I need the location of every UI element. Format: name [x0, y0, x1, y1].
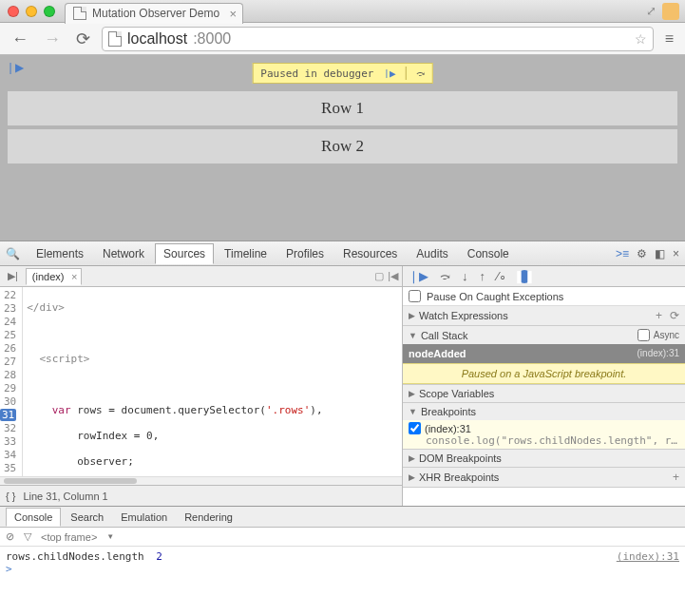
console-log-line: rows.childNodes.length 2 (index):31 [6, 550, 679, 563]
page-icon [73, 7, 86, 20]
chevron-right-icon: ▶ [409, 453, 415, 463]
pause-reason: Paused on a JavaScript breakpoint. [403, 363, 685, 384]
console-prompt[interactable]: > [6, 563, 679, 575]
page-viewport: ❘▶ Paused in debugger ❘▶ ⤼ Row 1 Row 2 [0, 55, 685, 241]
resume-icon[interactable]: ❘▶ [409, 269, 428, 283]
banner-step-icon[interactable]: ⤼ [416, 67, 425, 80]
clear-console-icon[interactable]: ⊘ [6, 530, 14, 543]
bookmark-icon[interactable]: ☆ [635, 31, 647, 47]
close-tab-icon[interactable]: × [229, 7, 237, 21]
breakpoint-checkbox[interactable] [409, 422, 421, 434]
source-editor-pane: ▶| (index) × ▢ |◀ 2223242526272829303132… [0, 266, 403, 506]
drawer-tab-search[interactable]: Search [63, 509, 111, 526]
tab-elements[interactable]: Elements [28, 243, 92, 264]
tab-timeline[interactable]: Timeline [216, 243, 276, 264]
prev-icon[interactable]: ▢ [374, 270, 384, 282]
minimize-window-icon[interactable] [26, 6, 37, 17]
drawer-tab-emulation[interactable]: Emulation [113, 509, 175, 526]
hamburger-menu-icon[interactable]: ≡ [661, 30, 677, 48]
add-xhr-breakpoint-icon[interactable]: + [673, 471, 679, 484]
url-bar[interactable]: localhost:8000 ☆ [102, 27, 654, 51]
search-icon[interactable]: 🔍 [6, 247, 20, 260]
divider [406, 67, 407, 80]
breakpoints-section-header[interactable]: ▼ Breakpoints [403, 403, 685, 420]
browser-tab[interactable]: Mutation Observer Demo × [65, 3, 243, 24]
step-out-icon[interactable]: ↑ [480, 269, 486, 283]
browser-tab-title: Mutation Observer Demo [92, 7, 219, 20]
chevron-down-icon: ▼ [409, 407, 417, 416]
frame-chevron-icon[interactable]: ▼ [106, 532, 114, 541]
deactivate-breakpoints-icon[interactable]: ⁄∘ [497, 269, 506, 283]
pause-exceptions-icon[interactable]: ❚❚ [518, 270, 531, 283]
drawer-tab-rendering[interactable]: Rendering [177, 509, 240, 526]
console-toolbar: ⊘ ▽ <top frame> ▼ [0, 528, 685, 547]
async-checkbox[interactable] [637, 329, 650, 341]
file-tab[interactable]: (index) × [26, 268, 83, 285]
expand-window-icon[interactable]: ⤢ [646, 4, 656, 18]
file-tab-label: (index) [32, 271, 65, 282]
close-devtools-icon[interactable]: × [673, 247, 679, 260]
scope-section-header[interactable]: ▶ Scope Variables [403, 385, 685, 402]
banner-resume-icon[interactable]: ❘▶ [383, 67, 395, 80]
breakpoint-item[interactable]: (index):31 console.log("rows.childNodes.… [403, 420, 685, 449]
debugger-toolbar: ❘▶ ⤼ ↓ ↑ ⁄∘ ❚❚ [403, 266, 685, 287]
code-lines: </div> <script> var rows = document.quer… [23, 287, 402, 476]
xhr-breakpoints-header[interactable]: ▶ XHR Breakpoints + [403, 468, 685, 487]
tab-audits[interactable]: Audits [408, 243, 456, 264]
pause-caught-checkbox[interactable] [409, 290, 421, 302]
forward-button[interactable]: → [40, 30, 65, 48]
code-editor[interactable]: 22232425262728293031323334353637 </div> … [0, 287, 402, 476]
cursor-position: Line 31, Column 1 [23, 491, 107, 502]
pause-message: Paused in debugger [260, 67, 373, 80]
site-icon [108, 31, 122, 47]
page-resume-icon[interactable]: ❘▶ [6, 61, 24, 74]
console-drawer: Console Search Emulation Rendering ⊘ ▽ <… [0, 506, 685, 616]
reload-button[interactable]: ⟳ [72, 30, 94, 48]
line-gutter[interactable]: 22232425262728293031323334353637 [0, 287, 23, 476]
dock-icon[interactable]: ◧ [655, 247, 665, 260]
zoom-window-icon[interactable] [44, 6, 55, 17]
settings-gear-icon[interactable]: ⚙ [637, 247, 647, 260]
tab-network[interactable]: Network [94, 243, 153, 264]
browser-window: Mutation Observer Demo × ⤢ ← → ⟳ localho… [0, 0, 685, 616]
close-file-tab-icon[interactable]: × [71, 271, 77, 282]
content-area: ❘▶ Paused in debugger ❘▶ ⤼ Row 1 Row 2 🔍… [0, 55, 685, 616]
chevron-right-icon: ▶ [409, 472, 415, 482]
frame-selector[interactable]: <top frame> [41, 531, 97, 543]
sources-panel: ▶| (index) × ▢ |◀ 2223242526272829303132… [0, 266, 685, 506]
drawer-tabstrip: Console Search Emulation Rendering [0, 507, 685, 528]
debugger-sidebar: ❘▶ ⤼ ↓ ↑ ⁄∘ ❚❚ Pause On Caught Exception… [403, 266, 685, 506]
navigator-toggle-icon[interactable]: ▶| [4, 270, 22, 282]
console-source-link[interactable]: (index):31 [617, 550, 679, 563]
profile-icon[interactable] [662, 3, 679, 20]
chevron-right-icon: ▶ [409, 389, 415, 398]
pause-banner: Paused in debugger ❘▶ ⤼ [252, 63, 432, 84]
back-button[interactable]: ← [8, 30, 32, 48]
source-status-bar: { } Line 31, Column 1 [0, 485, 402, 506]
callstack-frame[interactable]: nodeAdded (index):31 [403, 344, 685, 363]
pretty-print-icon[interactable]: { } [6, 491, 15, 502]
dom-breakpoints-header[interactable]: ▶ DOM Breakpoints [403, 450, 685, 467]
debugger-toggle-icon[interactable]: |◀ [388, 270, 398, 282]
tab-sources[interactable]: Sources [155, 243, 214, 264]
add-watch-icon[interactable]: + [656, 309, 662, 322]
tab-console[interactable]: Console [459, 243, 518, 264]
horizontal-scrollbar[interactable] [0, 476, 402, 485]
step-over-icon[interactable]: ⤼ [440, 269, 450, 283]
row-item: Row 2 [8, 129, 677, 164]
watch-section-header[interactable]: ▶ Watch Expressions + ⟳ [403, 306, 685, 325]
console-output[interactable]: rows.childNodes.length 2 (index):31 > [0, 547, 685, 616]
tab-resources[interactable]: Resources [334, 243, 406, 264]
filter-icon[interactable]: ▽ [24, 530, 31, 543]
chevron-down-icon: ▼ [409, 331, 417, 340]
callstack-section-header[interactable]: ▼ Call Stack Async [403, 326, 685, 344]
pause-caught-row[interactable]: Pause On Caught Exceptions [403, 287, 685, 306]
step-into-icon[interactable]: ↓ [462, 269, 468, 283]
browser-toolbar: ← → ⟳ localhost:8000 ☆ ≡ [0, 23, 685, 55]
tab-profiles[interactable]: Profiles [277, 243, 333, 264]
toggle-drawer-icon[interactable]: >≡ [616, 247, 629, 260]
refresh-watch-icon[interactable]: ⟳ [670, 309, 679, 322]
close-window-icon[interactable] [8, 6, 19, 17]
browser-tab-strip: Mutation Observer Demo × [65, 0, 243, 24]
drawer-tab-console[interactable]: Console [6, 508, 61, 527]
